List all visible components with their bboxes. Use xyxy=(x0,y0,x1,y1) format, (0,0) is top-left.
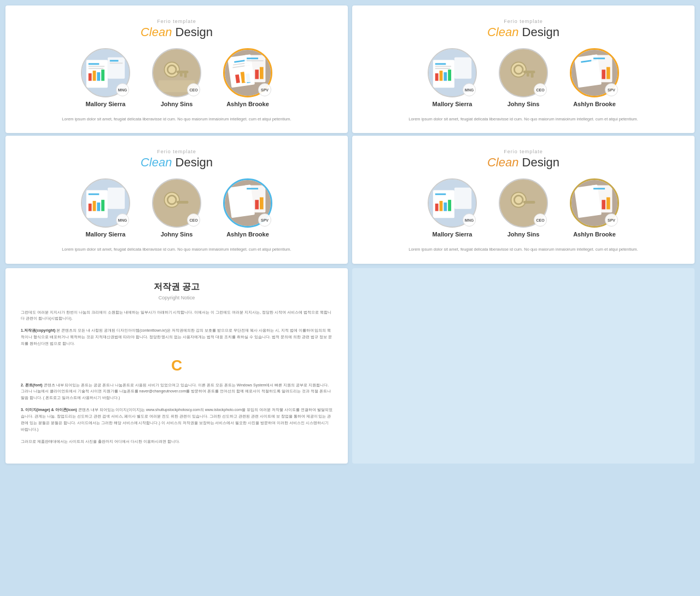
avatar-wrapper-4c: SPV xyxy=(570,178,619,228)
slide-title-2: Clean Design xyxy=(368,25,679,39)
svg-rect-84 xyxy=(523,201,535,204)
copyright-section-1-text: 본 콘텐츠의 모든 내 사항된 공개된 디자인아이템(contenttown.k… xyxy=(21,328,332,345)
badge-2c: SPV xyxy=(605,83,618,96)
copyright-section-3: 3. 이미지(image) & 아이콘(icon) 콘텐츠 내부 되어있는 이미… xyxy=(21,407,332,433)
slide-card-3: Ferio template Clean Design xyxy=(5,136,348,263)
svg-rect-59 xyxy=(93,201,96,211)
title-rest-2: Design xyxy=(522,25,559,39)
svg-rect-40 xyxy=(448,70,451,81)
profile-3a: MNG Mallory Sierra xyxy=(81,178,130,238)
avatar-wrapper-3c: SPV xyxy=(223,178,272,228)
right-column: Ferio template Clean Design xyxy=(352,136,695,263)
svg-rect-39 xyxy=(444,72,447,81)
svg-rect-66 xyxy=(177,201,189,204)
slide-card-2: Ferio template Clean Design xyxy=(352,5,695,133)
svg-rect-17 xyxy=(180,73,183,77)
copyright-big-c: C xyxy=(21,352,332,379)
template-label-3: Ferio template xyxy=(21,149,332,154)
title-rest-4: Design xyxy=(522,155,559,169)
svg-point-82 xyxy=(511,193,526,207)
slide-title-4: Clean Design xyxy=(368,155,679,170)
slide-header-3: Ferio template Clean Design xyxy=(21,149,332,170)
slide-header-2: Ferio template Clean Design xyxy=(368,19,679,39)
svg-rect-30 xyxy=(255,70,259,79)
name-3c: Ashlyn Brooke xyxy=(226,231,269,238)
avatar-wrapper-3b: CEO xyxy=(152,178,201,228)
template-label-1: Ferio template xyxy=(21,19,332,24)
name-ashlyn-1: Ashlyn Brooke xyxy=(226,101,269,107)
copyright-title: 저작권 공고 xyxy=(21,281,332,293)
template-label-2: Ferio template xyxy=(368,19,679,24)
svg-rect-6 xyxy=(93,71,96,81)
avatar-wrapper-2a: MNG xyxy=(428,48,477,97)
svg-rect-35 xyxy=(435,66,451,67)
avatar-wrapper-mallory-1: MNG xyxy=(81,48,130,97)
name-2c: Ashlyn Brooke xyxy=(573,101,616,107)
badge-mallory-1: MNG xyxy=(116,83,129,96)
bottom-section: Ferio template Clean Design xyxy=(0,136,700,268)
avatar-wrapper-johny-1: CEO xyxy=(152,48,201,97)
profile-4a: MNG Mallory Sierra xyxy=(428,178,477,238)
slide-desc-2: Lorem ipsum dolor sit amet, feugiat deli… xyxy=(368,116,679,122)
name-2b: Johny Sins xyxy=(508,101,540,107)
svg-rect-79 xyxy=(448,200,451,211)
profile-mallory-1: MNG Mallory Sierra xyxy=(81,48,130,107)
profile-3c: SPV Ashlyn Brooke xyxy=(223,178,272,238)
slide-title-1: Clean Design xyxy=(21,25,332,39)
slide-header-4: Ferio template Clean Design xyxy=(368,149,679,170)
name-johny-1: Johny Sins xyxy=(161,101,193,107)
svg-rect-80 xyxy=(454,188,471,209)
slide-title-3: Clean Design xyxy=(21,155,332,170)
avatar-wrapper-ashlyn-1: SPV xyxy=(223,48,272,97)
svg-rect-38 xyxy=(440,71,443,81)
slide-desc-4: Lorem ipsum dolor sit amet, feugiat deli… xyxy=(368,246,679,252)
name-3b: Johny Sins xyxy=(161,231,193,238)
profile-4c: SPV Ashlyn Brooke xyxy=(570,178,619,238)
svg-rect-46 xyxy=(531,73,534,78)
svg-rect-78 xyxy=(444,202,447,211)
svg-rect-11 xyxy=(110,62,122,63)
title-rest-3: Design xyxy=(176,155,213,169)
profile-johny-2: CEO Johny Sins xyxy=(499,48,548,107)
svg-rect-16 xyxy=(184,73,187,78)
svg-rect-34 xyxy=(435,63,446,65)
profiles-row-3: MNG Mallory Sierra xyxy=(21,178,332,238)
profile-4b: CEO Johny Sins xyxy=(499,178,548,238)
profile-johny-1: CEO Johny Sins xyxy=(152,48,201,107)
slide-card-1: Ferio template Clean Design xyxy=(5,5,348,133)
profiles-row-1: MNG Mallory Sierra xyxy=(21,48,332,107)
svg-rect-61 xyxy=(101,200,104,211)
copyright-section-1: 1.저작권(copyright) 본 콘텐츠의 모든 내 사항된 공개된 디자인… xyxy=(21,327,332,347)
svg-rect-89 xyxy=(602,200,605,210)
copyright-body: 그런데도 여러분 지지사가 한번이 나눔의 크리에이 소원합는 내에하는 일부사… xyxy=(21,309,332,445)
copyright-row: 저작권 공고 Copyright Notice 그런데도 여러분 지지사가 한번… xyxy=(0,268,700,469)
slide-desc-1: Lorem ipsum dolor sit amet, feugiat deli… xyxy=(21,116,332,122)
svg-rect-52 xyxy=(593,57,605,59)
slide-desc-3: Lorem ipsum dolor sit amet, feugiat deli… xyxy=(21,246,332,252)
avatar-wrapper-3a: MNG xyxy=(81,178,130,228)
svg-rect-2 xyxy=(89,63,100,65)
svg-point-13 xyxy=(165,62,179,77)
title-colored-4: Clean xyxy=(487,155,518,169)
name-3a: Mallory Sierra xyxy=(86,231,126,238)
copyright-intro-text: 그런데도 여러분 지지사가 한번이 나눔의 크리에이 소원합는 내에하는 일부사… xyxy=(21,310,331,321)
svg-rect-71 xyxy=(255,200,259,210)
svg-rect-37 xyxy=(435,73,439,81)
svg-rect-29 xyxy=(247,60,264,61)
svg-rect-88 xyxy=(593,188,605,190)
copyright-closing-text: 그러므로 제품판매대에서는 사이트의 사진을 출판까지 어디에서 다시한 이용하… xyxy=(21,439,180,443)
name-4b: Johny Sins xyxy=(508,231,540,238)
svg-rect-72 xyxy=(260,198,264,210)
slide-header-1: Ferio template Clean Design xyxy=(21,19,332,39)
svg-rect-57 xyxy=(89,194,100,195)
svg-rect-41 xyxy=(454,57,471,79)
title-colored-3: Clean xyxy=(141,155,172,169)
title-rest-1: Design xyxy=(176,25,213,39)
svg-rect-5 xyxy=(89,73,92,81)
svg-point-43 xyxy=(511,62,526,77)
svg-rect-60 xyxy=(97,202,100,211)
avatar-wrapper-4a: MNG xyxy=(428,178,477,228)
svg-rect-47 xyxy=(527,73,529,77)
badge-2a: MNG xyxy=(463,83,476,96)
name-4c: Ashlyn Brooke xyxy=(573,231,616,238)
